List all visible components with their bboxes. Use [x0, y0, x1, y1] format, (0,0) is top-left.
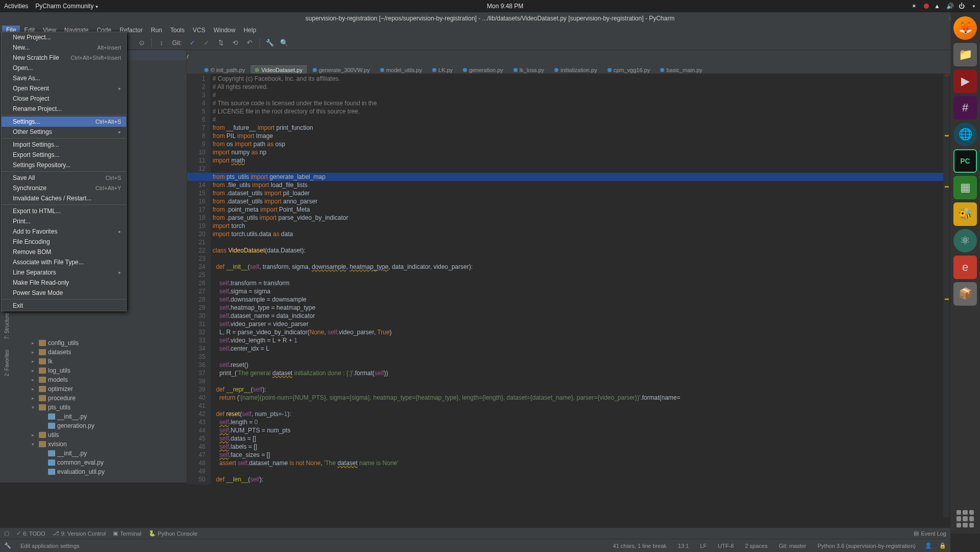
window-corner-icon[interactable]: ▢ — [4, 530, 9, 537]
code-editor[interactable]: 1234567891011121314151617181920212223242… — [187, 74, 949, 517]
menu-item-remove-bom[interactable]: Remove BOM — [2, 247, 126, 257]
warning-mark[interactable] — [945, 135, 949, 136]
menu-item-save-all[interactable]: Save AllCtrl+S — [2, 173, 126, 183]
files-icon[interactable]: 📁 — [953, 43, 977, 66]
terminal-tool-button[interactable]: ▣Terminal — [113, 530, 142, 537]
menu-item-invalidate-caches-restart[interactable]: Invalidate Caches / Restart... — [2, 193, 126, 203]
menu-item-exit[interactable]: Exit — [2, 301, 126, 311]
code-content[interactable]: # Copyright (c) Facebook, Inc. and its a… — [213, 75, 942, 484]
python-file-icon — [48, 413, 55, 420]
tree-node[interactable]: __init__.py — [13, 449, 186, 458]
a11y-icon[interactable]: ✴ — [912, 3, 919, 10]
menu-vcs[interactable]: VCS — [189, 26, 209, 35]
menu-item-open[interactable]: Open... — [2, 63, 126, 73]
lock-icon[interactable]: 🔒 — [939, 542, 946, 549]
tree-node[interactable]: ▸utils — [13, 430, 186, 440]
menu-run[interactable]: Run — [147, 26, 166, 35]
tree-node[interactable]: ▾pts_utils — [13, 403, 186, 412]
slack-icon[interactable]: # — [953, 96, 977, 120]
file-encoding[interactable]: UTF-8 — [716, 543, 736, 549]
error-stripe[interactable] — [943, 74, 949, 517]
archive-icon[interactable]: 📦 — [953, 282, 977, 306]
tree-node[interactable]: ▸lk — [13, 357, 186, 366]
favorites-tool-button[interactable]: 2: Favorites — [3, 346, 11, 380]
menu-item-settings-repository[interactable]: Settings Repository... — [2, 160, 126, 170]
tree-node[interactable]: ▸log_utils — [13, 366, 186, 375]
search-button[interactable]: 🔍 — [278, 37, 290, 49]
htop-icon[interactable]: ▦ — [953, 176, 977, 199]
pdf-icon[interactable]: e — [953, 256, 977, 279]
error-mark[interactable] — [945, 75, 949, 76]
system-menu-arrow[interactable]: ▼ — [972, 4, 976, 9]
activities-button[interactable]: Activities — [4, 3, 28, 10]
clock[interactable]: Mon 9:48 PM — [99, 3, 912, 10]
show-apps-button[interactable] — [956, 510, 974, 527]
inspector-icon[interactable]: 👤 — [925, 542, 932, 549]
pycharm-icon[interactable]: PC — [953, 149, 977, 173]
menu-item-export-to-html[interactable]: Export to HTML... — [2, 206, 126, 216]
select-open-file-button[interactable]: ⊙ — [136, 37, 147, 49]
version-control-tool-button[interactable]: ⎇9: Version Control — [53, 530, 106, 537]
tree-node[interactable]: ▸procedure — [13, 394, 186, 403]
event-log-button[interactable]: ▤Event Log — [914, 530, 946, 537]
firefox-icon[interactable]: 🦊 — [953, 16, 977, 40]
menu-item-associate-with-file-type[interactable]: Associate with File Type... — [2, 257, 126, 267]
line-separator[interactable]: LF — [698, 543, 709, 549]
menu-item-new-scratch-file[interactable]: New Scratch FileCtrl+Alt+Shift+Insert — [2, 53, 126, 63]
bee-icon[interactable]: 🐝 — [953, 202, 977, 226]
menu-item-settings[interactable]: Settings...Ctrl+Alt+S — [2, 117, 126, 127]
menu-item-print[interactable]: Print... — [2, 216, 126, 226]
git-commit-button[interactable]: ✓ — [201, 37, 213, 49]
menu-item-export-settings[interactable]: Export Settings... — [2, 150, 126, 160]
tree-node[interactable]: generation.py — [13, 421, 186, 430]
menu-help[interactable]: Help — [240, 26, 261, 35]
menu-item-new-project[interactable]: New Project... — [2, 32, 126, 42]
menu-item-import-settings[interactable]: Import Settings... — [2, 140, 126, 150]
git-update-button[interactable]: ✓ — [187, 37, 198, 49]
menu-item-make-file-read-only[interactable]: Make File Read-only — [2, 278, 126, 288]
structure-tool-button[interactable]: 7: Structure — [3, 309, 11, 343]
menu-item-add-to-favorites[interactable]: Add to Favorites▸ — [2, 226, 126, 237]
video-icon[interactable]: ▶ — [953, 70, 977, 93]
tree-node[interactable]: evaluation_util.py — [13, 467, 186, 476]
warning-mark[interactable] — [945, 298, 949, 300]
indent-info[interactable]: 2 spaces — [743, 543, 769, 549]
menu-item-file-encoding[interactable]: File Encoding — [2, 237, 126, 247]
menu-item-synchronize[interactable]: SynchronizeCtrl+Alt+Y — [2, 183, 126, 193]
tree-node[interactable]: __init__.py — [13, 412, 186, 421]
menu-item-close-project[interactable]: Close Project — [2, 94, 126, 104]
atom-icon[interactable]: ⚛ — [953, 229, 977, 252]
menu-item-open-recent[interactable]: Open Recent▸ — [2, 83, 126, 94]
network-icon[interactable]: ▲ — [934, 3, 941, 10]
tree-node[interactable]: ▸optimizer — [13, 384, 186, 394]
todo-tool-button[interactable]: ✓6: TODO — [16, 530, 45, 537]
menu-item-power-save-mode[interactable]: Power Save Mode — [2, 288, 126, 298]
menu-item-other-settings[interactable]: Other Settings▸ — [2, 127, 126, 137]
tree-node[interactable]: common_eval.py — [13, 458, 186, 467]
tree-node[interactable]: ▾xvision — [13, 440, 186, 449]
tree-node[interactable]: ▸models — [13, 375, 186, 384]
tree-node[interactable]: ▸config_utils — [13, 338, 186, 348]
git-compare-button[interactable]: ⇅ — [216, 37, 227, 49]
git-history-button[interactable]: ⟲ — [230, 37, 241, 49]
power-icon[interactable]: ⏻ — [959, 3, 966, 10]
menu-item-save-as[interactable]: Save As... — [2, 73, 126, 83]
warning-mark[interactable] — [945, 186, 949, 188]
menu-item-new[interactable]: New...Alt+Insert — [2, 42, 126, 53]
git-revert-button[interactable]: ↶ — [244, 37, 255, 49]
volume-icon[interactable]: 🔊 — [946, 3, 953, 10]
menu-item-rename-project[interactable]: Rename Project... — [2, 104, 126, 114]
caret-position[interactable]: 13:1 — [676, 543, 691, 549]
build-button[interactable]: 🔧 — [264, 37, 275, 49]
python-console-tool-button[interactable]: 🐍Python Console — [149, 530, 198, 537]
menu-window[interactable]: Window — [209, 26, 240, 35]
git-branch[interactable]: Git: master — [777, 543, 808, 549]
menu-tools[interactable]: Tools — [166, 26, 189, 35]
browser-icon[interactable]: 🌐 — [953, 123, 977, 146]
interpreter[interactable]: Python 3.6 (supervision-by-registration) — [815, 543, 918, 549]
record-icon[interactable] — [924, 4, 929, 9]
collapse-button[interactable]: ↕ — [156, 37, 167, 49]
tree-node[interactable]: ▸datasets — [13, 348, 186, 357]
app-indicator[interactable]: PyCharm Community▼ — [35, 3, 99, 10]
menu-item-line-separators[interactable]: Line Separators▸ — [2, 267, 126, 278]
